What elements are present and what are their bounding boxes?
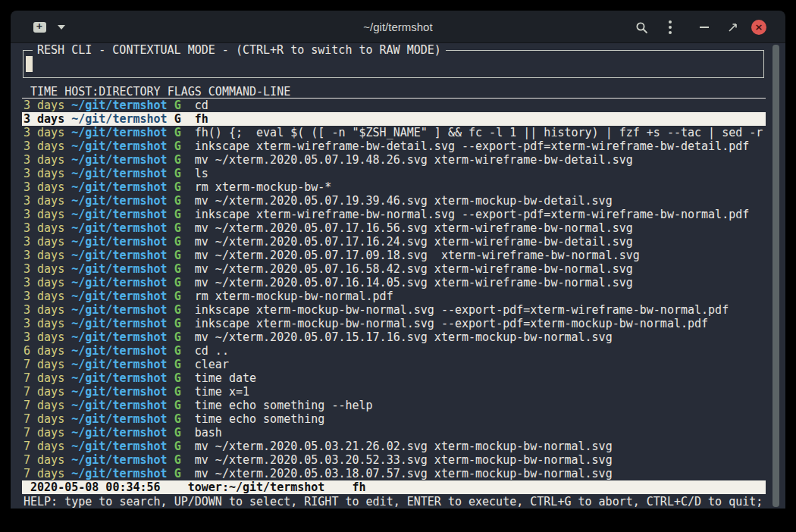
row-flags: G (174, 317, 181, 330)
row-flags: G (174, 249, 181, 262)
row-host-directory: ~/git/termshot (71, 153, 167, 167)
history-row[interactable]: 3 days ~/git/termshot G mv ~/xterm.2020.… (22, 262, 766, 276)
history-row[interactable]: 3 days ~/git/termshot G inkscape xterm-w… (22, 208, 766, 221)
row-flags: G (174, 194, 181, 208)
row-host-directory: ~/git/termshot (71, 167, 167, 180)
history-row[interactable]: 3 days ~/git/termshot G mv ~/xterm.2020.… (22, 276, 766, 289)
history-row[interactable]: 3 days ~/git/termshot G mv ~/xterm.2020.… (22, 221, 766, 235)
history-row[interactable]: 3 days ~/git/termshot G inkscape xterm-m… (22, 303, 766, 317)
row-command: inkscape xterm-wireframe-bw-normal.svg -… (195, 208, 750, 221)
row-command: mv ~/xterm.2020.05.03.21.26.02.svg xterm… (195, 440, 613, 453)
row-time: 7 days (24, 371, 64, 385)
search-input[interactable]: RESH CLI - CONTEXTUAL MODE - (CTRL+R to … (23, 50, 764, 78)
row-command: ls (195, 167, 208, 180)
row-host-directory: ~/git/termshot (71, 426, 167, 440)
history-row[interactable]: 7 days ~/git/termshot G clear (22, 358, 766, 371)
row-flags: G (174, 153, 181, 167)
row-host-directory: ~/git/termshot (71, 235, 167, 249)
row-time: 3 days (24, 153, 64, 167)
row-host-directory: ~/git/termshot (71, 99, 167, 112)
history-row[interactable]: 7 days ~/git/termshot G time x=1 (22, 385, 766, 399)
row-command: fh (195, 112, 208, 126)
row-time: 7 days (24, 440, 64, 453)
row-time: 3 days (24, 289, 64, 303)
row-flags: G (174, 208, 181, 221)
row-flags: G (174, 453, 181, 467)
row-command: clear (195, 358, 229, 371)
row-flags: G (174, 235, 181, 249)
titlebar: ~/git/termshot × (11, 11, 785, 43)
history-row[interactable]: 3 days ~/git/termshot G mv ~/xterm.2020.… (22, 235, 766, 249)
row-flags: G (174, 344, 181, 358)
magnifier-icon (635, 21, 648, 34)
row-time: 3 days (24, 180, 64, 194)
kebab-menu-icon (669, 26, 672, 29)
history-row-selected[interactable]: 3 days ~/git/termshot G fh (22, 112, 766, 126)
row-command: rm xterm-mockup-bw-normal.pdf (195, 289, 393, 303)
history-row[interactable]: 3 days ~/git/termshot G rm xterm-mockup-… (22, 180, 766, 194)
row-flags: G (174, 330, 181, 344)
search-button[interactable] (632, 19, 650, 36)
row-time: 3 days (24, 235, 64, 249)
history-row[interactable]: 7 days ~/git/termshot G mv ~/xterm.2020.… (22, 440, 766, 453)
row-command: inkscape xterm-mockup-bw-normal.svg --ex… (195, 317, 708, 330)
history-row[interactable]: 3 days ~/git/termshot G mv ~/xterm.2020.… (22, 249, 766, 262)
row-time: 3 days (24, 303, 64, 317)
row-command: time echo something (195, 412, 325, 426)
history-row[interactable]: 3 days ~/git/termshot G ls (22, 167, 766, 180)
history-row[interactable]: 3 days ~/git/termshot G mv ~/xterm.2020.… (22, 153, 766, 167)
row-host-directory: ~/git/termshot (71, 317, 167, 330)
row-flags: G (174, 167, 181, 180)
scrollbar[interactable] (772, 45, 779, 507)
history-row[interactable]: 6 days ~/git/termshot G cd .. (22, 344, 766, 358)
history-row[interactable]: 7 days ~/git/termshot G bash (22, 426, 766, 440)
menu-button[interactable] (663, 19, 678, 36)
minimize-button[interactable] (696, 19, 713, 36)
row-command: mv ~/xterm.2020.05.03.18.07.57.svg xterm… (195, 467, 613, 480)
history-row[interactable]: 3 days ~/git/termshot G mv ~/xterm.2020.… (22, 330, 766, 344)
row-host-directory: ~/git/termshot (71, 453, 167, 467)
row-time: 7 days (24, 399, 64, 412)
row-time: 3 days (24, 167, 64, 180)
row-flags: G (174, 276, 181, 289)
row-host-directory: ~/git/termshot (71, 289, 167, 303)
table-header: TIME HOST:DIRECTORY FLAGS COMMAND-LINE (22, 85, 766, 99)
row-flags: G (174, 139, 181, 153)
row-time: 7 days (24, 453, 64, 467)
row-flags: G (174, 99, 181, 112)
row-time: 3 days (24, 276, 64, 289)
history-row[interactable]: 7 days ~/git/termshot G time date (22, 371, 766, 385)
history-row[interactable]: 3 days ~/git/termshot G inkscape xterm-w… (22, 139, 766, 153)
row-flags: G (174, 262, 181, 276)
row-host-directory: ~/git/termshot (71, 126, 167, 139)
history-row[interactable]: 3 days ~/git/termshot G rm xterm-mockup-… (22, 289, 766, 303)
row-command: cd (195, 99, 208, 112)
history-row[interactable]: 7 days ~/git/termshot G mv ~/xterm.2020.… (22, 453, 766, 467)
history-row[interactable]: 3 days ~/git/termshot G mv ~/xterm.2020.… (22, 194, 766, 208)
row-time: 3 days (24, 317, 64, 330)
row-command: time date (195, 371, 256, 385)
terminal-screen[interactable]: RESH CLI - CONTEXTUAL MODE - (CTRL+R to … (11, 43, 785, 509)
row-time: 7 days (24, 467, 64, 480)
row-host-directory: ~/git/termshot (71, 180, 167, 194)
row-time: 3 days (24, 194, 64, 208)
row-command: mv ~/xterm.2020.05.07.17.16.56.svg xterm… (195, 221, 633, 235)
history-row[interactable]: 3 days ~/git/termshot G inkscape xterm-m… (22, 317, 766, 330)
row-host-directory: ~/git/termshot (71, 194, 167, 208)
history-row[interactable]: 3 days ~/git/termshot G cd (22, 99, 766, 112)
history-table: TIME HOST:DIRECTORY FLAGS COMMAND-LINE 3… (22, 85, 766, 480)
history-row[interactable]: 3 days ~/git/termshot G fh() {; eval $( … (22, 126, 766, 139)
history-row[interactable]: 7 days ~/git/termshot G mv ~/xterm.2020.… (22, 467, 766, 480)
row-command: mv ~/xterm.2020.05.07.16.14.05.svg xterm… (195, 276, 633, 289)
row-flags: G (174, 440, 181, 453)
row-host-directory: ~/git/termshot (71, 371, 167, 385)
status-bar: 2020-05-08 00:34:56 tower:~/git/termshot… (22, 480, 766, 494)
row-time: 3 days (24, 262, 64, 276)
history-row[interactable]: 7 days ~/git/termshot G time echo someth… (22, 399, 766, 412)
row-command: mv ~/xterm.2020.05.07.17.16.24.svg xterm… (195, 235, 633, 249)
restore-button[interactable] (724, 19, 741, 36)
row-host-directory: ~/git/termshot (71, 330, 167, 344)
history-row[interactable]: 7 days ~/git/termshot G time echo someth… (22, 412, 766, 426)
close-button[interactable]: × (751, 19, 766, 36)
row-flags: G (174, 289, 181, 303)
